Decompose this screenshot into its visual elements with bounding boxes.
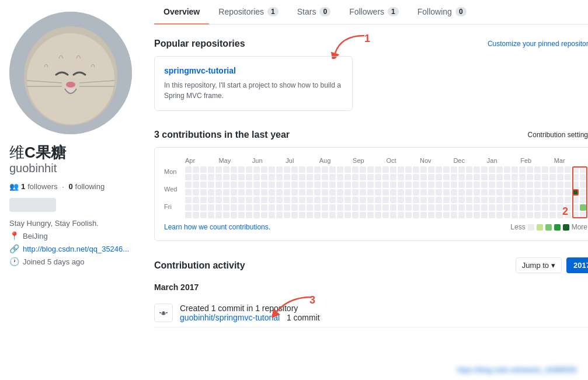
- graph-cell[interactable]: [512, 166, 518, 173]
- graph-cell[interactable]: [238, 204, 245, 211]
- graph-cell[interactable]: [231, 182, 237, 188]
- graph-cell[interactable]: [329, 212, 336, 218]
- graph-cell[interactable]: [238, 166, 245, 173]
- graph-cell[interactable]: [231, 166, 237, 173]
- graph-cell[interactable]: [329, 197, 336, 203]
- graph-cell[interactable]: [542, 197, 548, 203]
- graph-cell[interactable]: [185, 212, 192, 218]
- graph-cell[interactable]: [276, 197, 283, 203]
- graph-cell[interactable]: [527, 174, 533, 180]
- graph-cell[interactable]: [360, 166, 366, 173]
- graph-cell[interactable]: [223, 166, 229, 173]
- graph-cell[interactable]: [367, 174, 374, 180]
- graph-cell[interactable]: [276, 182, 283, 188]
- graph-cell[interactable]: [474, 197, 480, 203]
- graph-cell[interactable]: [398, 189, 404, 196]
- graph-cell[interactable]: [185, 189, 192, 196]
- graph-cell[interactable]: [451, 166, 457, 173]
- graph-cell[interactable]: [519, 189, 526, 196]
- graph-cell[interactable]: [276, 204, 283, 211]
- graph-cell[interactable]: [307, 212, 313, 218]
- graph-cell[interactable]: [451, 204, 457, 211]
- graph-cell[interactable]: [466, 174, 472, 180]
- graph-cell[interactable]: [398, 182, 404, 188]
- graph-cell[interactable]: [557, 197, 563, 203]
- graph-cell[interactable]: [420, 189, 427, 196]
- graph-cell[interactable]: [231, 197, 237, 203]
- graph-cell[interactable]: [504, 166, 510, 173]
- graph-cell[interactable]: [329, 174, 336, 180]
- user-website-link[interactable]: http://blog.csdn.net/qq_35246...: [23, 245, 129, 253]
- graph-cell[interactable]: [208, 174, 214, 180]
- graph-cell[interactable]: [542, 189, 548, 196]
- graph-cell[interactable]: [269, 189, 275, 196]
- graph-cell[interactable]: [185, 197, 192, 203]
- graph-cell[interactable]: [329, 166, 336, 173]
- graph-cell[interactable]: [512, 189, 518, 196]
- graph-cell[interactable]: [329, 204, 336, 211]
- graph-cell[interactable]: [534, 197, 541, 203]
- graph-cell[interactable]: [420, 166, 427, 173]
- graph-cell[interactable]: [314, 174, 321, 180]
- graph-cell[interactable]: [231, 212, 237, 218]
- graph-cell[interactable]: [253, 189, 260, 196]
- graph-cell[interactable]: [436, 189, 442, 196]
- graph-cell[interactable]: [329, 189, 336, 196]
- graph-cell[interactable]: [246, 189, 252, 196]
- graph-cell[interactable]: [413, 189, 419, 196]
- graph-cell[interactable]: [276, 212, 283, 218]
- graph-cell[interactable]: [451, 197, 457, 203]
- graph-cell[interactable]: [307, 189, 313, 196]
- graph-cell[interactable]: [405, 212, 412, 218]
- graph-cell[interactable]: [200, 197, 207, 203]
- graph-cell[interactable]: [504, 182, 510, 188]
- graph-cell[interactable]: [474, 204, 480, 211]
- graph-cell[interactable]: [474, 166, 480, 173]
- graph-cell[interactable]: [398, 197, 404, 203]
- graph-cell[interactable]: [458, 212, 465, 218]
- tab-followers[interactable]: Followers 1: [340, 0, 408, 25]
- graph-cell[interactable]: [413, 182, 419, 188]
- graph-cell[interactable]: [193, 204, 199, 211]
- graph-cell[interactable]: [367, 212, 374, 218]
- graph-cell[interactable]: [269, 197, 275, 203]
- graph-cell[interactable]: [208, 189, 214, 196]
- graph-cell[interactable]: [329, 182, 336, 188]
- graph-cell[interactable]: [466, 182, 472, 188]
- graph-cell[interactable]: [337, 204, 343, 211]
- graph-cell[interactable]: [443, 166, 450, 173]
- graph-cell[interactable]: [436, 182, 442, 188]
- graph-cell[interactable]: [451, 174, 457, 180]
- graph-cell[interactable]: [215, 174, 222, 180]
- graph-cell[interactable]: [519, 182, 526, 188]
- graph-cell[interactable]: [565, 174, 571, 180]
- graph-cell[interactable]: [253, 182, 260, 188]
- graph-cell[interactable]: [420, 197, 427, 203]
- graph-cell[interactable]: [223, 204, 229, 211]
- repo-card-name-link[interactable]: springmvc-tutorial: [164, 66, 343, 75]
- graph-cell[interactable]: [382, 189, 389, 196]
- graph-cell[interactable]: [512, 174, 518, 180]
- graph-cell[interactable]: [215, 197, 222, 203]
- graph-cell[interactable]: [193, 174, 199, 180]
- graph-cell[interactable]: [185, 182, 192, 188]
- graph-cell[interactable]: [390, 166, 396, 173]
- graph-cell[interactable]: [345, 174, 351, 180]
- graph-cell[interactable]: [367, 182, 374, 188]
- graph-cell[interactable]: [200, 212, 207, 218]
- graph-cell[interactable]: [314, 166, 321, 173]
- graph-cell[interactable]: [337, 182, 343, 188]
- graph-cell[interactable]: [534, 182, 541, 188]
- graph-cell[interactable]: [367, 189, 374, 196]
- graph-cell[interactable]: [345, 189, 351, 196]
- graph-cell[interactable]: [420, 212, 427, 218]
- graph-cell[interactable]: [398, 174, 404, 180]
- graph-cell[interactable]: [398, 166, 404, 173]
- graph-cell[interactable]: [390, 189, 396, 196]
- graph-cell[interactable]: [215, 182, 222, 188]
- graph-cell[interactable]: [398, 212, 404, 218]
- graph-cell[interactable]: [246, 197, 252, 203]
- graph-cell[interactable]: [200, 174, 207, 180]
- graph-cell[interactable]: [512, 204, 518, 211]
- graph-cell[interactable]: [261, 174, 267, 180]
